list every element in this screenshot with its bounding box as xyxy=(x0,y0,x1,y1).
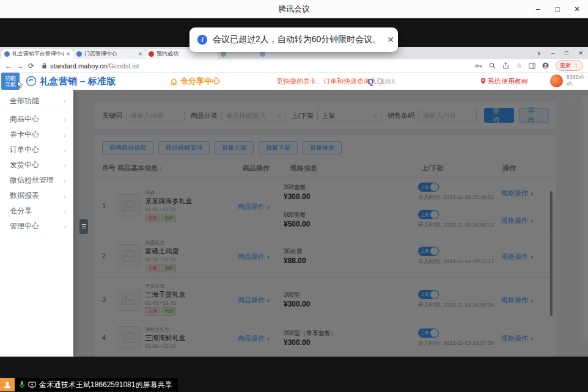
update-label: 更新 xyxy=(560,62,571,70)
user-name: 8385xh xyxy=(566,74,584,81)
people-icon xyxy=(3,381,12,388)
tab-close-icon[interactable]: ✕ xyxy=(66,51,70,57)
sidebar-item-admin-center[interactable]: 管理中心› xyxy=(0,219,73,234)
browser-urlbar: ← → ⟳ standard.maboy.cn/GoodsList ☆ 更新 ⋮ xyxy=(0,59,588,73)
app-body: » 关键词 商品分类 请选择或输入 ∨ 上/下架 上架 xyxy=(0,90,588,357)
close-button[interactable]: ✕ xyxy=(567,0,587,18)
chrome-update-button[interactable]: 更新 ⋮ xyxy=(556,60,583,71)
meeting-titlebar: 腾讯会议 – □ ✕ xyxy=(0,0,588,18)
zoom-icon[interactable] xyxy=(489,62,496,69)
padlock-icon xyxy=(42,62,47,69)
search-q-icon: Q xyxy=(367,77,373,86)
tab-search-chevron-icon[interactable]: ∨ xyxy=(537,50,541,56)
tab-favicon xyxy=(4,51,10,57)
pin-icon xyxy=(480,78,486,85)
sidebar-item-all-functions[interactable]: 全部功能› xyxy=(0,93,73,109)
sidebar-item-wechat-fans[interactable]: 微信粉丝管理› xyxy=(0,173,73,188)
browser-maximize-button[interactable]: □ xyxy=(565,50,568,56)
quick-search-box[interactable]: Q Quick xyxy=(367,73,395,90)
banner-close-icon[interactable]: ✕ xyxy=(387,35,394,45)
chevron-right-icon: › xyxy=(64,192,66,200)
urlbar-actions: ☆ 更新 ⋮ xyxy=(475,60,583,71)
url-path: /GoodsList xyxy=(107,62,139,70)
banner-text: 会议已超过2人，自动转为60分钟限时会议。 xyxy=(213,34,381,45)
function-nav-drawer: 全部功能› 商品中心› 券卡中心› 订单中心› 发货中心› 微信粉丝管理› 数据… xyxy=(0,90,73,357)
screen-share-status: 金禾通技术王斌18662591081的屏幕共享 xyxy=(0,378,178,391)
mouse-cursor-icon xyxy=(17,81,24,89)
sidebar-item-card-center[interactable]: 券卡中心› xyxy=(0,127,73,142)
brand: 礼盒营销 – 标准版 xyxy=(26,73,116,90)
menu-dots-icon[interactable]: ⋮ xyxy=(573,63,579,69)
tab-label: 门店管理中心 xyxy=(84,50,136,58)
tab-label: 礼盒营销平台管理中心 xyxy=(12,50,64,58)
chevron-right-icon: › xyxy=(64,131,66,139)
chevron-right-icon: › xyxy=(64,177,66,184)
url-host: standard.maboy.cn xyxy=(50,62,107,70)
share-status-body: 金禾通技术王斌18662591081的屏幕共享 xyxy=(15,378,178,391)
browser-tab-goods[interactable]: 礼盒营销平台管理中心 ✕ xyxy=(1,49,73,59)
back-icon[interactable]: ← xyxy=(5,62,12,70)
share-status-text: 金禾通技术王斌18662591081的屏幕共享 xyxy=(39,380,172,390)
tab-favicon xyxy=(221,51,226,57)
browser-tab-store[interactable]: 门店管理中心 ✕ xyxy=(73,49,145,59)
quick-search-placeholder: Quick xyxy=(377,77,395,85)
meeting-stage: i 会议已超过2人，自动转为60分钟限时会议。 ✕ 礼盒营销平台管理中心 ✕ 门… xyxy=(0,19,588,392)
bookmark-star-icon[interactable]: ☆ xyxy=(516,62,522,70)
participants-button[interactable] xyxy=(0,378,15,391)
user-avatar xyxy=(550,74,563,87)
sidebar-item-warehouse-share[interactable]: 仓分享› xyxy=(0,203,73,219)
drawer-collapse-handle[interactable]: ☰ xyxy=(79,219,88,234)
key-icon[interactable] xyxy=(475,64,482,68)
chevron-right-icon: › xyxy=(64,162,66,169)
chevron-right-icon: › xyxy=(64,208,66,215)
tutorial-link[interactable]: 系统使用教程 xyxy=(480,73,528,90)
browser-window-controls: ∨ – □ ✕ xyxy=(537,47,583,59)
user-sub: xh xyxy=(566,81,584,87)
chevron-right-icon: › xyxy=(64,147,66,154)
tab-favicon xyxy=(149,51,154,57)
meeting-window-controls: – □ ✕ xyxy=(528,0,587,18)
meeting-banner: i 会议已超过2人，自动转为60分钟限时会议。 ✕ xyxy=(189,27,398,52)
chevron-right-icon: › xyxy=(64,223,66,230)
hamburger-icon: ☰ xyxy=(81,223,86,230)
tab-favicon xyxy=(76,51,82,57)
brand-logo-icon xyxy=(26,76,37,87)
address-bar[interactable]: standard.maboy.cn/GoodsList xyxy=(42,62,471,70)
minimize-button[interactable]: – xyxy=(528,0,548,18)
tab-close-icon[interactable]: ✕ xyxy=(138,51,142,57)
browser-close-button[interactable]: ✕ xyxy=(578,50,583,56)
maximize-button[interactable]: □ xyxy=(548,0,567,18)
share-icon[interactable] xyxy=(502,62,509,69)
side-panel-icon[interactable] xyxy=(529,63,535,69)
tab-favicon xyxy=(260,51,265,57)
goods-list-page: » 关键词 商品分类 请选择或输入 ∨ 上/下架 上架 xyxy=(73,90,588,357)
chevron-right-icon: › xyxy=(64,116,66,123)
drawer-mask-overlay[interactable] xyxy=(73,90,588,357)
share-center-link[interactable]: 仓分享中心 xyxy=(170,73,220,90)
sidebar-item-data-reports[interactable]: 数据报表› xyxy=(0,188,73,203)
forward-icon[interactable]: → xyxy=(17,62,24,70)
chevron-right-icon: › xyxy=(64,97,66,104)
brand-title: 礼盒营销 – 标准版 xyxy=(40,76,116,87)
meeting-title: 腾讯会议 xyxy=(278,4,310,15)
app-header: 功能 导航 礼盒营销 – 标准版 仓分享中心 更快捷的券卡、订单和快递查询入口 … xyxy=(0,73,588,90)
user-account[interactable]: 8385xh xh xyxy=(550,74,584,88)
info-icon: i xyxy=(197,35,207,45)
warehouse-icon xyxy=(170,78,178,85)
reload-icon[interactable]: ⟳ xyxy=(28,62,34,70)
microphone-icon xyxy=(19,380,25,389)
sidebar-item-goods-center[interactable]: 商品中心› xyxy=(0,112,73,127)
screen-share-icon xyxy=(28,382,36,388)
shared-browser-window: 礼盒营销平台管理中心 ✕ 门店管理中心 ✕ 预约成功 ∨ – □ xyxy=(0,47,588,357)
profile-icon[interactable] xyxy=(542,62,549,69)
sidebar-item-order-center[interactable]: 订单中心› xyxy=(0,142,73,158)
browser-minimize-button[interactable]: – xyxy=(551,50,554,56)
sidebar-item-shipping-center[interactable]: 发货中心› xyxy=(0,158,73,173)
